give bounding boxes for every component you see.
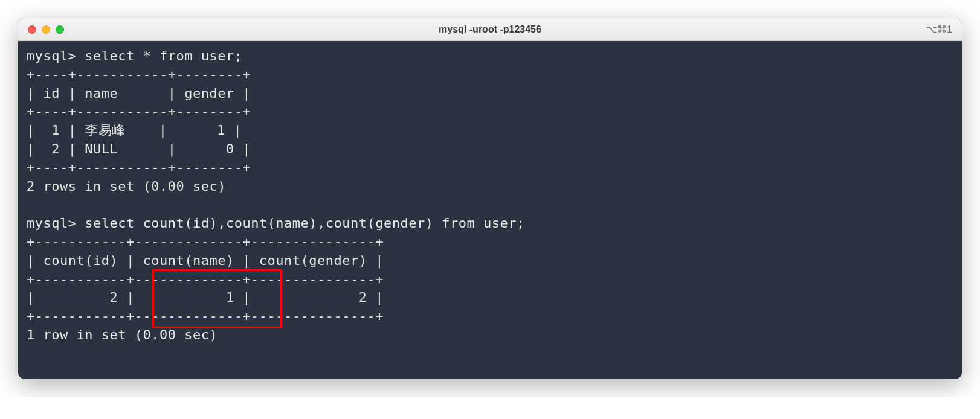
table2-row1: | 2 | 1 | 2 | — [27, 290, 384, 305]
traffic-lights — [28, 25, 64, 34]
table2-border-bottom: +-----------+-------------+-------------… — [27, 309, 384, 324]
table2-header: | count(id) | count(name) | count(gender… — [27, 253, 384, 268]
terminal-window: mysql -uroot -p123456 ⌥⌘1 mysql> select … — [18, 18, 962, 379]
prompt: mysql> — [27, 216, 76, 231]
result-1: 2 rows in set (0.00 sec) — [27, 179, 226, 194]
window-shortcut: ⌥⌘1 — [926, 24, 952, 35]
result-2: 1 row in set (0.00 sec) — [27, 327, 218, 342]
query-1: select * from user; — [85, 48, 242, 63]
table2-border-top: +-----------+-------------+-------------… — [27, 234, 384, 249]
table1-header: | id | name | gender | — [27, 86, 251, 101]
window-title: mysql -uroot -p123456 — [439, 24, 541, 35]
table1-row1: | 1 | 李易峰 | 1 | — [27, 123, 242, 138]
titlebar[interactable]: mysql -uroot -p123456 ⌥⌘1 — [18, 18, 962, 41]
table1-border-top: +----+-----------+--------+ — [27, 67, 251, 82]
table1-row2: | 2 | NULL | 0 | — [27, 141, 251, 156]
minimize-icon[interactable] — [42, 25, 50, 34]
table2-border-mid: +-----------+-------------+-------------… — [27, 272, 384, 287]
prompt: mysql> — [27, 48, 76, 63]
query-2: select count(id),count(name),count(gende… — [85, 216, 525, 231]
close-icon[interactable] — [28, 25, 36, 34]
terminal-body[interactable]: mysql> select * from user; +----+-------… — [18, 41, 962, 379]
maximize-icon[interactable] — [56, 25, 64, 34]
table1-border-bottom: +----+-----------+--------+ — [27, 160, 251, 175]
table1-border-mid: +----+-----------+--------+ — [27, 104, 251, 119]
